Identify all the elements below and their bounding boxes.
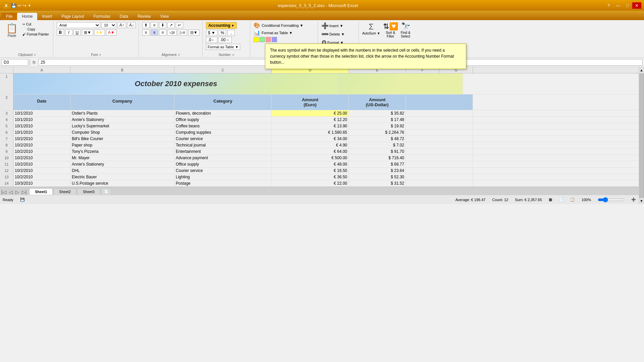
- tab-insert[interactable]: Insert: [37, 13, 57, 20]
- cell-style-2[interactable]: [260, 37, 265, 42]
- cell-e4[interactable]: $ 17.48: [349, 117, 406, 123]
- format-as-table-styles-btn[interactable]: Format as Table ▼: [262, 31, 293, 35]
- cell-a12[interactable]: 10/2/2010: [13, 168, 70, 174]
- sheet-nav-first[interactable]: |◁: [1, 189, 6, 195]
- tab-review[interactable]: Review: [133, 13, 155, 20]
- dollar-btn[interactable]: $ ▼: [206, 30, 217, 36]
- increase-font-btn[interactable]: A↑: [117, 22, 126, 28]
- cell-e8[interactable]: $ 7.02: [349, 142, 406, 148]
- company-header[interactable]: Company: [70, 95, 174, 110]
- cell-e5[interactable]: $ 19.92: [349, 123, 406, 129]
- cell-e10[interactable]: $ 716.40: [349, 155, 406, 161]
- sheet-nav-next[interactable]: ▷: [15, 189, 19, 195]
- cell-a7[interactable]: 10/2/2010: [13, 136, 70, 142]
- cell-d12[interactable]: € 16.50: [272, 168, 349, 174]
- orientation-btn[interactable]: ↗: [167, 22, 175, 28]
- cell-c9[interactable]: Entertainment: [174, 148, 272, 155]
- sheet-tab-2[interactable]: Sheet2: [53, 188, 76, 195]
- font-color-button[interactable]: A▼: [106, 29, 117, 36]
- zoom-slider[interactable]: [598, 197, 625, 202]
- title-cell[interactable]: October 2010 expenses: [13, 73, 339, 94]
- cell-reference-box[interactable]: [1, 59, 28, 66]
- cell-a4[interactable]: 10/1/2010: [13, 117, 70, 123]
- cell-fg10[interactable]: [406, 155, 473, 161]
- sheet-nav-last[interactable]: ▷|: [22, 189, 27, 195]
- col-header-c[interactable]: C: [174, 67, 272, 73]
- cell-c12[interactable]: Courier service: [174, 168, 272, 174]
- cell-a5[interactable]: 10/1/2010: [13, 123, 70, 129]
- cell-d5[interactable]: € 13.90: [272, 123, 349, 129]
- cell-style-4[interactable]: [272, 37, 277, 42]
- align-bottom-btn[interactable]: ⬇: [159, 22, 166, 28]
- cell-d9[interactable]: € 64.00: [272, 148, 349, 155]
- font-size-select[interactable]: 10: [101, 22, 116, 28]
- cell-fg3[interactable]: [406, 110, 473, 116]
- sheet-tab-3[interactable]: Sheet3: [77, 188, 100, 195]
- tab-view[interactable]: View: [156, 13, 174, 20]
- extra-header[interactable]: [406, 95, 473, 110]
- align-middle-btn[interactable]: ≡: [151, 22, 158, 28]
- cell-a10[interactable]: 10/2/2010: [13, 155, 70, 161]
- cell-e14[interactable]: $ 31.52: [349, 180, 406, 186]
- tab-formulas[interactable]: Formulas: [89, 13, 115, 20]
- find-select-btn[interactable]: 🔭 Find &Select: [401, 22, 411, 38]
- window-controls[interactable]: ? — □ ✕: [605, 2, 641, 9]
- amount-usd-header[interactable]: Amount(US-Dollar): [349, 95, 406, 110]
- category-header[interactable]: Category: [174, 95, 272, 110]
- sheet-nav-prev[interactable]: ◁: [9, 189, 13, 195]
- cell-e6[interactable]: $ 2,264.76: [349, 129, 406, 135]
- cell-b11[interactable]: Annie's Stationery: [70, 161, 174, 167]
- scroll-up-btn[interactable]: ▲: [639, 67, 644, 73]
- help-btn[interactable]: ?: [605, 2, 612, 9]
- view-page-layout-btn[interactable]: 📄: [559, 197, 564, 202]
- cell-b9[interactable]: Tony's Pizzeria: [70, 148, 174, 155]
- cell-a3[interactable]: 10/1/2010: [13, 110, 70, 116]
- scroll-down-btn[interactable]: ▼: [639, 198, 644, 204]
- paste-button[interactable]: 📋 Paste: [4, 22, 20, 38]
- cell-fg8[interactable]: [406, 142, 473, 148]
- decrease-indent-btn[interactable]: ◁≡: [167, 29, 177, 36]
- cell-b14[interactable]: U.S.Postage service: [70, 180, 174, 186]
- align-left-btn[interactable]: ≡: [142, 29, 150, 36]
- cell-fg12[interactable]: [406, 168, 473, 174]
- cell-c14[interactable]: Postage: [174, 180, 272, 186]
- tab-home[interactable]: Home: [17, 13, 37, 20]
- comma-btn[interactable]: ,: [227, 30, 235, 36]
- sort-filter-btn[interactable]: ⇅🔽 Sort &Filter: [383, 22, 398, 38]
- maximize-btn[interactable]: □: [624, 2, 632, 9]
- cell-d3[interactable]: € 25.00: [272, 110, 349, 116]
- vertical-scrollbar[interactable]: ▲ ▼: [639, 67, 644, 204]
- cell-style-3[interactable]: [266, 37, 271, 42]
- cell-d13[interactable]: € 36.50: [272, 174, 349, 180]
- tab-page-layout[interactable]: Page Layout: [57, 13, 89, 20]
- close-btn[interactable]: ✕: [632, 2, 641, 9]
- cell-b3[interactable]: Ostler's Plants: [70, 110, 174, 116]
- cell-d14[interactable]: € 22.00: [272, 180, 349, 186]
- cell-fg14[interactable]: [406, 180, 473, 186]
- conditional-formatting-btn[interactable]: Conditional Formatting ▼: [262, 23, 304, 27]
- cell-c10[interactable]: Advance payment: [174, 155, 272, 161]
- cell-fg9[interactable]: [406, 148, 473, 155]
- decrease-font-btn[interactable]: A↓: [127, 22, 136, 28]
- cell-e1[interactable]: [339, 73, 396, 94]
- cell-fg1[interactable]: [396, 73, 463, 94]
- cut-button[interactable]: ✂ Cut: [21, 22, 50, 26]
- cell-fg6[interactable]: [406, 129, 473, 135]
- cell-b6[interactable]: Computer Shop: [70, 129, 174, 135]
- amount-euro-header[interactable]: Amount(Euro): [272, 95, 349, 110]
- scroll-thumb[interactable]: [639, 73, 644, 198]
- format-as-table-btn[interactable]: Format as Table ▼: [206, 44, 240, 50]
- cell-b8[interactable]: Paper shop: [70, 142, 174, 148]
- cell-d7[interactable]: € 34.00: [272, 136, 349, 142]
- col-header-b[interactable]: B: [70, 67, 174, 73]
- cell-fg7[interactable]: [406, 136, 473, 142]
- cell-b10[interactable]: Mr. Mayer: [70, 155, 174, 161]
- cell-c11[interactable]: Office supply: [174, 161, 272, 167]
- cell-a9[interactable]: 10/2/2010: [13, 148, 70, 155]
- border-button[interactable]: ⊞▼: [82, 29, 93, 36]
- cell-b5[interactable]: Lucky's Supermarket: [70, 123, 174, 129]
- wrap-text-btn[interactable]: ↵: [176, 22, 183, 28]
- bold-button[interactable]: B: [57, 29, 64, 36]
- cell-b13[interactable]: Electric Bauer: [70, 174, 174, 180]
- cell-d4[interactable]: € 12.20: [272, 117, 349, 123]
